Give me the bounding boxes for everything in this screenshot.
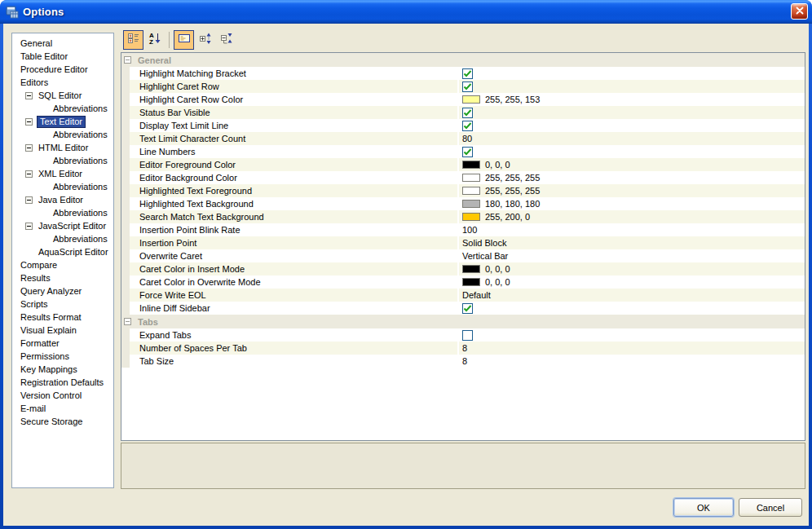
property-value[interactable]: 0, 0, 0: [459, 262, 805, 276]
tree-item-abbreviations[interactable]: Abbreviations: [12, 206, 113, 219]
tree-item-sql-editor[interactable]: SQL Editor: [12, 89, 113, 102]
tree-item-html-editor[interactable]: HTML Editor: [12, 141, 113, 154]
checkbox-checked[interactable]: [462, 108, 473, 118]
property-value[interactable]: 255, 255, 255: [459, 184, 805, 197]
property-value[interactable]: [459, 68, 805, 79]
property-value[interactable]: Default: [459, 289, 805, 302]
tree-item-javascript-editor[interactable]: JavaScript Editor: [12, 219, 113, 232]
property-row-number-of-spaces-per-tab[interactable]: Number of Spaces Per Tab8: [121, 342, 805, 355]
property-row-text-limit-character-count[interactable]: Text Limit Character Count80: [121, 132, 805, 145]
tree-item-permissions[interactable]: Permissions: [12, 350, 113, 363]
property-value[interactable]: 255, 255, 153: [459, 93, 805, 106]
property-value[interactable]: 255, 200, 0: [459, 210, 805, 223]
color-swatch[interactable]: [462, 174, 480, 182]
tree-item-xml-editor[interactable]: XML Editor: [12, 167, 113, 180]
tree-item-java-editor[interactable]: Java Editor: [12, 193, 113, 206]
property-value[interactable]: 8: [459, 342, 805, 355]
tree-item-query-analyzer[interactable]: Query Analyzer: [12, 284, 113, 298]
checkbox-checked[interactable]: [462, 82, 473, 92]
collapse-toggle-icon[interactable]: [25, 92, 33, 99]
section-header-general[interactable]: General: [121, 53, 805, 67]
property-row-expand-tabs[interactable]: Expand Tabs: [121, 328, 805, 342]
color-swatch[interactable]: [462, 200, 480, 208]
property-row-editor-background-color[interactable]: Editor Background Color255, 255, 255: [121, 171, 805, 184]
property-row-caret-color-in-insert-mode[interactable]: Caret Color in Insert Mode0, 0, 0: [121, 262, 805, 276]
checkbox-checked[interactable]: [462, 147, 473, 157]
ok-button[interactable]: OK: [673, 498, 734, 517]
checkbox-checked[interactable]: [462, 121, 473, 131]
color-swatch[interactable]: [462, 187, 480, 195]
close-button[interactable]: [791, 3, 808, 20]
property-row-highlight-matching-bracket[interactable]: Highlight Matching Bracket: [121, 67, 805, 80]
categorized-view-button[interactable]: [123, 30, 143, 50]
checkbox-checked[interactable]: [462, 68, 473, 79]
property-value[interactable]: [459, 330, 805, 341]
property-value[interactable]: Solid Block: [459, 236, 805, 249]
section-collapse-icon[interactable]: [124, 318, 131, 325]
property-value[interactable]: 8: [459, 355, 805, 368]
property-row-highlight-caret-row-color[interactable]: Highlight Caret Row Color255, 255, 153: [121, 93, 805, 106]
property-value[interactable]: 0, 0, 0: [459, 158, 805, 171]
checkbox-checked[interactable]: [462, 303, 473, 314]
section-collapse-icon[interactable]: [124, 56, 131, 64]
property-value[interactable]: [459, 303, 805, 314]
property-value[interactable]: 100: [459, 223, 805, 236]
tree-item-registration-defaults[interactable]: Registration Defaults: [12, 376, 113, 389]
color-swatch[interactable]: [462, 278, 480, 286]
property-value[interactable]: 180, 180, 180: [459, 197, 805, 210]
property-row-highlighted-text-foreground[interactable]: Highlighted Text Foreground255, 255, 255: [121, 184, 805, 197]
property-row-insertion-point-blink-rate[interactable]: Insertion Point Blink Rate100: [121, 223, 805, 236]
color-swatch[interactable]: [462, 213, 480, 221]
tree-item-procedure-editor[interactable]: Procedure Editor: [12, 63, 113, 76]
tree-item-abbreviations[interactable]: Abbreviations: [12, 102, 113, 115]
property-value[interactable]: 80: [459, 132, 805, 145]
property-value[interactable]: 0, 0, 0: [459, 276, 805, 289]
tree-item-text-editor[interactable]: Text Editor: [12, 115, 113, 128]
tree-item-version-control[interactable]: Version Control: [12, 389, 113, 402]
tree-item-abbreviations[interactable]: Abbreviations: [12, 180, 113, 193]
cancel-button[interactable]: Cancel: [739, 498, 802, 517]
tree-item-table-editor[interactable]: Table Editor: [12, 50, 113, 63]
section-header-tabs[interactable]: Tabs: [121, 315, 805, 328]
checkbox-unchecked[interactable]: [462, 330, 473, 341]
property-row-editor-foreground-color[interactable]: Editor Foreground Color0, 0, 0: [121, 158, 805, 171]
tree-item-formatter[interactable]: Formatter: [12, 337, 113, 350]
property-row-search-match-text-background[interactable]: Search Match Text Background255, 200, 0: [121, 210, 805, 223]
tree-item-key-mappings[interactable]: Key Mappings: [12, 363, 113, 376]
tree-item-abbreviations[interactable]: Abbreviations: [12, 232, 113, 245]
property-row-tab-size[interactable]: Tab Size8: [121, 355, 805, 368]
tree-item-e-mail[interactable]: E-mail: [12, 402, 113, 415]
tree-item-compare[interactable]: Compare: [12, 258, 113, 271]
property-row-highlight-caret-row[interactable]: Highlight Caret Row: [121, 80, 805, 93]
tree-item-editors[interactable]: Editors: [12, 76, 113, 89]
property-row-inline-diff-sidebar[interactable]: Inline Diff Sidebar: [121, 302, 805, 315]
tree-item-secure-storage[interactable]: Secure Storage: [12, 415, 113, 428]
property-row-insertion-point[interactable]: Insertion PointSolid Block: [121, 236, 805, 249]
property-row-highlighted-text-background[interactable]: Highlighted Text Background180, 180, 180: [121, 197, 805, 210]
tree-item-scripts[interactable]: Scripts: [12, 298, 113, 311]
tree-item-results[interactable]: Results: [12, 271, 113, 284]
property-row-status-bar-visible[interactable]: Status Bar Visible: [121, 106, 805, 119]
property-value[interactable]: 255, 255, 255: [459, 171, 805, 184]
collapse-toggle-icon[interactable]: [25, 223, 33, 230]
color-swatch[interactable]: [462, 265, 480, 273]
property-value[interactable]: [459, 121, 805, 131]
property-value[interactable]: Vertical Bar: [459, 249, 805, 262]
property-value[interactable]: [459, 147, 805, 157]
tree-item-general[interactable]: General: [12, 37, 113, 50]
collapse-toggle-icon[interactable]: [25, 170, 33, 178]
tree-item-visual-explain[interactable]: Visual Explain: [12, 324, 113, 337]
collapse-toggle-icon[interactable]: [25, 144, 33, 152]
tree-item-abbreviations[interactable]: Abbreviations: [12, 128, 113, 141]
property-row-overwrite-caret[interactable]: Overwrite CaretVertical Bar: [121, 249, 805, 262]
tree-item-aquascript-editor[interactable]: AquaScript Editor: [12, 245, 113, 258]
property-row-caret-color-in-overwrite-mode[interactable]: Caret Color in Overwrite Mode0, 0, 0: [121, 276, 805, 289]
collapse-all-button[interactable]: [216, 30, 236, 50]
tree-item-results-format[interactable]: Results Format: [12, 311, 113, 324]
property-row-display-text-limit-line[interactable]: Display Text Limit Line: [121, 119, 805, 132]
collapse-toggle-icon[interactable]: [25, 196, 33, 204]
color-swatch[interactable]: [462, 161, 480, 169]
property-row-line-numbers[interactable]: Line Numbers: [121, 145, 805, 158]
property-value[interactable]: [459, 108, 805, 118]
sort-alphabetical-button[interactable]: AZ: [144, 30, 165, 50]
